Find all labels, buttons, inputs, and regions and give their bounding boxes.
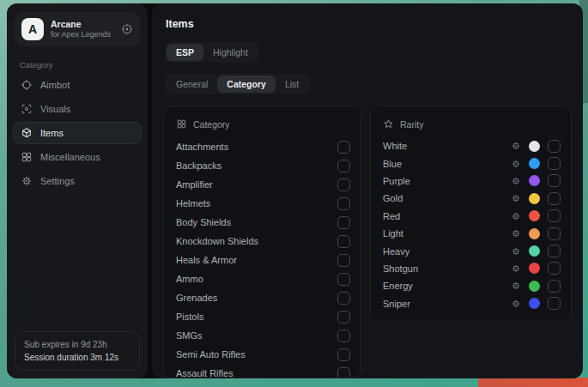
gear-icon[interactable] xyxy=(511,228,521,239)
category-checkbox[interactable] xyxy=(337,160,350,172)
category-row-label: Body Shields xyxy=(174,217,337,227)
category-row[interactable]: Amplifier xyxy=(174,175,350,194)
rarity-row[interactable]: Heavy xyxy=(381,242,561,259)
color-swatch[interactable] xyxy=(529,298,540,309)
category-row[interactable]: Attachments xyxy=(174,137,350,156)
color-swatch[interactable] xyxy=(529,281,540,292)
category-checkbox[interactable] xyxy=(337,141,350,154)
sidebar-item-label: Visuals xyxy=(40,104,70,114)
gear-icon[interactable] xyxy=(511,141,521,151)
color-swatch[interactable] xyxy=(529,210,540,221)
rarity-checkbox[interactable] xyxy=(548,157,561,170)
sidebar-item-items[interactable]: Items xyxy=(13,122,142,144)
color-swatch[interactable] xyxy=(529,263,540,274)
page-title: Items xyxy=(166,18,572,30)
category-row[interactable]: Assault Rifles xyxy=(174,364,350,378)
category-row[interactable]: Helmets xyxy=(174,194,350,213)
target-icon[interactable] xyxy=(121,23,133,35)
tab-general[interactable]: General xyxy=(167,76,217,93)
app-window: A Arcane for Apex Legends Category Aimbo… xyxy=(7,3,583,378)
gear-icon[interactable] xyxy=(511,281,521,291)
gear-icon[interactable] xyxy=(511,159,521,169)
category-checkbox[interactable] xyxy=(337,254,350,267)
category-checkbox[interactable] xyxy=(337,235,350,248)
category-row[interactable]: Backpacks xyxy=(174,156,350,175)
category-checkbox[interactable] xyxy=(337,330,350,342)
category-row[interactable]: Semi Auto Rifles xyxy=(174,345,350,364)
category-row[interactable]: Ammo xyxy=(174,269,350,288)
category-checkbox[interactable] xyxy=(337,311,350,324)
color-swatch[interactable] xyxy=(529,245,540,257)
rarity-checkbox[interactable] xyxy=(548,227,561,240)
gear-icon[interactable] xyxy=(511,263,521,274)
rarity-row-label: Heavy xyxy=(381,246,511,257)
rarity-checkbox[interactable] xyxy=(548,280,561,293)
category-row[interactable]: Knockdown Shields xyxy=(174,232,350,251)
rarity-row[interactable]: Light xyxy=(381,225,561,242)
mode-highlight[interactable]: Highlight xyxy=(203,44,258,61)
rarity-checkbox[interactable] xyxy=(548,209,561,222)
grid-icon xyxy=(176,118,187,130)
rarity-row-label: White xyxy=(381,141,511,151)
gear-icon xyxy=(21,175,33,187)
tab-list[interactable]: List xyxy=(276,76,308,93)
color-swatch[interactable] xyxy=(529,158,540,169)
rarity-checkbox[interactable] xyxy=(548,245,561,257)
rarity-row[interactable]: White xyxy=(381,137,561,154)
color-swatch[interactable] xyxy=(529,141,540,152)
rarity-row[interactable]: Shotgun xyxy=(381,260,561,277)
color-swatch[interactable] xyxy=(529,175,540,186)
desktop-red-accent xyxy=(478,378,588,387)
brand-card: A Arcane for Apex Legends xyxy=(15,12,140,46)
rarity-checkbox[interactable] xyxy=(548,174,561,187)
rarity-checkbox[interactable] xyxy=(548,262,561,275)
rarity-row[interactable]: Sniper xyxy=(381,295,561,312)
gear-icon[interactable] xyxy=(511,246,521,257)
sidebar-item-settings[interactable]: Settings xyxy=(13,170,142,192)
category-checkbox[interactable] xyxy=(337,292,350,305)
rarity-row[interactable]: Red xyxy=(381,208,561,225)
rarity-row-label: Purple xyxy=(381,176,511,186)
category-checkbox[interactable] xyxy=(337,216,350,229)
rarity-row-label: Shotgun xyxy=(381,263,511,274)
gear-icon[interactable] xyxy=(511,193,521,203)
rarity-checkbox[interactable] xyxy=(548,140,561,153)
rarity-row[interactable]: Gold xyxy=(381,190,561,207)
category-row-label: Ammo xyxy=(174,274,337,284)
rarity-row[interactable]: Blue xyxy=(381,154,561,172)
gear-icon[interactable] xyxy=(511,176,521,186)
category-checkbox[interactable] xyxy=(337,367,350,379)
sidebar-item-miscellaneous[interactable]: Miscellaneous xyxy=(13,146,142,168)
category-checkbox[interactable] xyxy=(337,273,350,286)
rarity-checkbox[interactable] xyxy=(548,297,561,310)
rarity-row[interactable]: Purple xyxy=(381,172,561,190)
category-row[interactable]: Pistols xyxy=(174,307,350,326)
tab-category[interactable]: Category xyxy=(217,76,276,93)
rarity-row-label: Gold xyxy=(381,193,511,203)
rarity-checkbox[interactable] xyxy=(548,192,561,205)
gear-icon[interactable] xyxy=(511,211,521,221)
mode-esp[interactable]: ESP xyxy=(167,44,203,61)
category-checkbox[interactable] xyxy=(337,197,350,210)
rarity-list: White Blue xyxy=(381,137,561,312)
color-swatch[interactable] xyxy=(529,228,540,239)
category-row[interactable]: Body Shields xyxy=(174,213,350,232)
crosshair-icon xyxy=(21,79,33,91)
rarity-row[interactable]: Energy xyxy=(381,277,561,294)
rarity-row-label: Sniper xyxy=(381,299,511,309)
sidebar-item-visuals[interactable]: Visuals xyxy=(13,98,142,120)
category-checkbox[interactable] xyxy=(337,348,350,361)
category-row[interactable]: Heals & Armor xyxy=(174,251,350,269)
category-row[interactable]: SMGs xyxy=(174,326,350,345)
category-panel-title: Category xyxy=(193,119,230,130)
tab-bar: GeneralCategoryList xyxy=(165,74,310,94)
category-checkbox[interactable] xyxy=(337,178,350,191)
sidebar-item-aimbot[interactable]: Aimbot xyxy=(13,74,142,96)
sidebar-item-label: Items xyxy=(40,128,64,138)
desktop-background: A Arcane for Apex Legends Category Aimbo… xyxy=(0,0,588,387)
category-row-label: Heals & Armor xyxy=(174,255,337,265)
category-row[interactable]: Grenades xyxy=(174,288,350,307)
gear-icon[interactable] xyxy=(511,299,521,309)
category-panel-header: Category xyxy=(176,118,350,130)
color-swatch[interactable] xyxy=(529,193,540,204)
